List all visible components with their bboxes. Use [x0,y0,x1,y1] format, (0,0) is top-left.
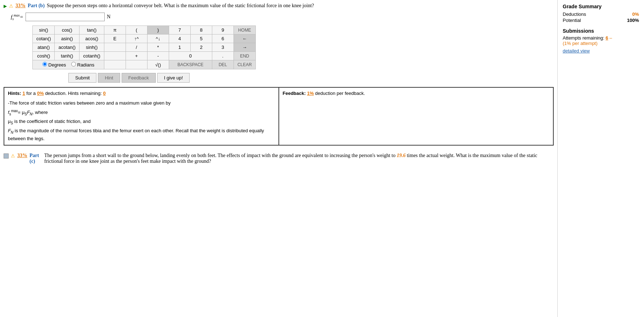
calc-7[interactable]: 7 [169,26,190,35]
hints-for-label: for a [26,91,37,96]
calc-asin[interactable]: asin() [55,35,80,43]
detailed-view-link[interactable]: detailed view [563,48,590,54]
calc-sinh[interactable]: sinh() [80,43,104,52]
calc-multiply[interactable]: * [147,43,169,52]
calc-cotanh[interactable]: cotanh() [80,52,104,60]
calc-cotan[interactable]: cotan() [33,35,55,43]
hints-remaining: 0 [103,91,106,96]
degrees-radio[interactable] [42,62,47,66]
hints-column: Hints: 1 for a 0% deduction. Hints remai… [4,88,279,145]
attempts-value: 6 [606,35,608,41]
hints-feedback-section: Hints: 1 for a 0% deduction. Hints remai… [4,87,554,146]
calc-acos[interactable]: acos() [80,35,104,43]
deg-rad-row: Degrees Radians [33,60,104,69]
hint-line-4: FN is the magnitude of the normal forces… [8,127,275,142]
part-c-multiplier: 19.6 [397,153,406,158]
hints-deduction-text: deduction. Hints remaining: [45,91,103,96]
calc-0[interactable]: 0 [169,52,212,60]
hints-title: Hints: [8,91,21,96]
calc-acotan[interactable]: acotan() [55,43,80,52]
calc-plus[interactable]: + [126,52,147,60]
calc-end[interactable]: END [233,52,255,60]
hints-deduction-pct: 0% [37,91,44,96]
submissions-title: Submissions [563,28,639,34]
attempts-row: Attempts remaining: 6 – [563,35,639,41]
calc-up-caret[interactable]: ↑^ [126,35,147,43]
answer-input[interactable] [26,13,105,21]
warning-icon-c: ⚠ [11,153,15,159]
grade-summary-panel: Grade Summary Deductions 0% Potential 10… [558,0,644,317]
calc-backspace[interactable]: BACKSPACE [169,60,212,69]
calc-2[interactable]: 2 [190,43,212,52]
calc-4[interactable]: 4 [169,35,190,43]
feedback-column: Feedback: 1% deduction per feedback. [279,88,553,145]
part-b-question: Suppose the person steps onto a horizont… [47,3,314,9]
calc-6[interactable]: 6 [212,35,233,43]
part-c-text: The person jumps from a short wall to th… [44,153,554,164]
play-icon-b: ▶ [4,4,7,9]
calc-del[interactable]: DEL [212,60,233,69]
feedback-pct: 1% [307,91,314,96]
calc-5[interactable]: 5 [190,35,212,43]
submit-button[interactable]: Submit [68,73,96,83]
warning-icon-b: ⚠ [9,3,13,9]
calc-pi[interactable]: π [104,26,126,35]
radians-radio-label[interactable]: Radians [71,62,94,68]
calc-divide[interactable]: / [126,43,147,52]
part-c-label: Part (c) [30,153,42,164]
calc-tanh[interactable]: tanh() [55,52,80,60]
calc-sqrt[interactable]: √() [147,60,169,69]
calc-empty2 [104,52,126,60]
answer-unit: N [107,14,110,20]
answer-label: fsmax= [11,13,23,21]
calc-e[interactable]: E [104,35,126,43]
calc-sin[interactable]: sin() [33,26,55,35]
part-b-percent: 33% [15,3,26,9]
degrees-radio-label[interactable]: Degrees [42,62,67,68]
calc-empty1 [104,43,126,52]
calc-right-arrow[interactable]: → [233,43,255,52]
potential-label: Potential [563,18,581,23]
calc-atan[interactable]: atan() [33,43,55,52]
action-buttons: Submit Hint Feedback I give up! [68,73,554,83]
calc-cos[interactable]: cos() [55,26,80,35]
part-c-percent: 33% [17,153,27,158]
hints-count: 1 [22,91,25,96]
feedback-suffix: deduction per feedback. [315,91,365,96]
potential-row: Potential 100% [563,18,639,23]
attempts-label: Attempts remaining: [563,35,604,41]
calc-close-paren[interactable]: ) [147,26,169,35]
calc-cosh[interactable]: cosh() [33,52,55,60]
potential-value: 100% [627,18,639,23]
calc-tan[interactable]: tan() [80,26,104,35]
feedback-button[interactable]: Feedback [122,73,156,83]
attempts-dash: – [609,35,612,41]
calc-empty4 [126,60,147,69]
calculator: sin() cos() tan() π ( ) 7 8 9 HOME cotan… [32,26,554,69]
feedback-title: Feedback: [283,91,306,96]
calc-left-arrow[interactable]: ← [233,35,255,43]
deductions-row: Deductions 0% [563,12,639,17]
per-attempt-text: (1% per attempt) [563,41,639,46]
hint-button[interactable]: Hint [98,73,120,83]
giveup-button[interactable]: I give up! [157,73,190,83]
calc-1[interactable]: 1 [169,43,190,52]
deductions-label: Deductions [563,12,586,17]
calc-8[interactable]: 8 [190,26,212,35]
calc-empty3 [104,60,126,69]
radians-radio[interactable] [71,62,76,66]
calc-home[interactable]: HOME [233,26,255,35]
calc-dot[interactable]: . [212,52,233,60]
part-b-label: Part (b) [28,3,45,9]
calc-clear[interactable]: CLEAR [233,60,255,69]
hint-content: -The force of static friction varies bet… [8,100,275,142]
calc-minus[interactable]: - [147,52,169,60]
grade-summary-title: Grade Summary [563,4,639,9]
calc-open-paren[interactable]: ( [126,26,147,35]
part-c-q-start: The person jumps from a short wall to th… [44,153,395,158]
thumbnail-icon-c [4,153,9,158]
calc-9[interactable]: 9 [212,26,233,35]
hint-line-3: μS is the coefficient of static friction… [8,118,275,126]
calc-down-caret[interactable]: ^↓ [147,35,169,43]
calc-3[interactable]: 3 [212,43,233,52]
